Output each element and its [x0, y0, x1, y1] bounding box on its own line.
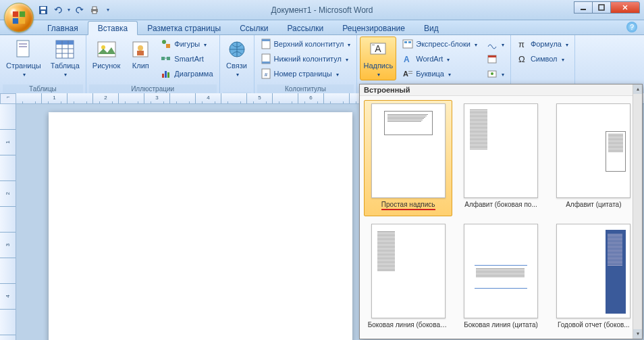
gallery-item[interactable]: Годовой отчет (боков...	[549, 220, 638, 335]
office-button[interactable]	[4, 3, 34, 32]
scroll-down-icon[interactable]: ▾	[633, 329, 642, 339]
gallery-scrollbar[interactable]: ▴ ▾	[633, 84, 642, 339]
ruler-segment	[68, 93, 93, 104]
signature-button[interactable]	[483, 37, 508, 51]
symbol-icon: Ω	[517, 53, 528, 64]
textbox-button[interactable]: A Надпись	[360, 37, 396, 80]
undo-dropdown-icon[interactable]: ▾	[68, 7, 70, 13]
quickparts-button[interactable]: Экспресс-блоки	[399, 37, 481, 51]
svg-rect-12	[17, 41, 29, 57]
shapes-button[interactable]: Фигуры	[157, 37, 216, 51]
footer-button[interactable]: Нижний колонтитул	[257, 51, 354, 66]
tab-home[interactable]: Главная	[38, 22, 88, 34]
dropcap-button[interactable]: AБуквица	[399, 66, 481, 80]
symbol-button[interactable]: ΩСимвол	[514, 51, 572, 66]
ruler-corner[interactable]: ⌐	[0, 93, 16, 104]
ruler-segment: 4	[0, 284, 16, 310]
links-label: Связи	[226, 62, 247, 70]
svg-point-24	[138, 45, 143, 51]
shapes-label: Фигуры	[174, 40, 200, 48]
gallery-thumbnail	[371, 103, 446, 198]
picture-icon	[96, 39, 117, 60]
tab-review[interactable]: Рецензирование	[333, 22, 414, 34]
gallery-body: Простая надписьАлфавит (боковая по...Алф…	[360, 96, 642, 339]
ruler-segment: 3	[0, 233, 16, 258]
pages-button[interactable]: Страницы	[3, 37, 45, 80]
redo-icon[interactable]	[74, 5, 85, 16]
svg-rect-44	[404, 41, 407, 43]
tab-mailings[interactable]: Рассылки	[277, 22, 333, 34]
svg-rect-31	[165, 71, 167, 78]
datetime-button[interactable]	[483, 51, 508, 66]
print-icon[interactable]	[89, 5, 100, 16]
pagenum-button[interactable]: #Номер страницы	[257, 66, 354, 80]
minimize-button[interactable]	[574, 1, 593, 14]
svg-rect-1	[20, 11, 25, 17]
tab-references[interactable]: Ссылки	[230, 22, 277, 34]
table-label: Таблица	[51, 62, 80, 70]
svg-rect-42	[372, 45, 375, 45]
gallery-item[interactable]: Алфавит (цитата)	[549, 100, 638, 216]
ruler-segment	[273, 93, 298, 104]
gallery-item[interactable]: Боковая линия (боковая...	[364, 220, 452, 335]
ruler-segment	[0, 207, 16, 233]
pagenum-label: Номер страницы	[274, 70, 332, 78]
table-button[interactable]: Таблица	[47, 37, 83, 80]
blocks-icon	[402, 39, 413, 49]
tab-page-layout[interactable]: Разметка страницы	[138, 22, 230, 34]
smartart-icon	[161, 53, 171, 64]
qat-customize-icon[interactable]: ▾	[107, 7, 109, 13]
tab-view[interactable]: Вид	[414, 22, 448, 34]
scroll-up-icon[interactable]: ▴	[633, 84, 642, 94]
svg-rect-43	[403, 40, 412, 48]
gallery-item[interactable]: Боковая линия (цитата)	[456, 220, 545, 335]
vertical-ruler[interactable]: 1234567	[0, 104, 16, 340]
help-button[interactable]: ?	[626, 22, 637, 32]
svg-rect-29	[167, 57, 170, 60]
ruler-segment	[0, 155, 16, 181]
maximize-button[interactable]	[592, 1, 611, 14]
svg-rect-2	[13, 18, 18, 24]
clip-button[interactable]: Клип	[126, 37, 155, 72]
tab-insert[interactable]: Вставка	[88, 21, 138, 35]
close-button[interactable]	[610, 1, 640, 14]
undo-icon[interactable]	[53, 5, 63, 16]
gallery-item[interactable]: Простая надпись	[364, 100, 452, 216]
window-controls	[574, 1, 640, 14]
wordart-button[interactable]: AWordArt	[399, 51, 481, 66]
picture-label: Рисунок	[92, 62, 121, 70]
picture-button[interactable]: Рисунок	[89, 37, 124, 72]
shapes-icon	[161, 39, 171, 49]
document-page[interactable]	[49, 112, 352, 340]
svg-rect-6	[41, 11, 45, 14]
header-button[interactable]: Верхний колонтитул	[257, 37, 354, 51]
svg-text:A: A	[404, 55, 410, 64]
group-header-footer-title: Колонтитулы	[257, 84, 354, 93]
svg-rect-51	[488, 55, 496, 57]
svg-rect-32	[167, 72, 169, 78]
pages-label: Страницы	[6, 62, 41, 70]
group-tables-title: Таблицы	[3, 84, 83, 93]
gallery-item-label: Годовой отчет (боков...	[558, 321, 630, 329]
equation-button[interactable]: πФормула	[514, 37, 572, 51]
textbox-gallery: Встроенный Простая надписьАлфавит (боков…	[359, 84, 643, 339]
chart-button[interactable]: Диаграмма	[157, 66, 216, 80]
gallery-header: Встроенный	[360, 84, 642, 96]
links-button[interactable]: Связи	[223, 37, 251, 80]
ruler-segment: 2	[0, 181, 16, 207]
footer-label: Нижний колонтитул	[274, 55, 342, 63]
gallery-thumbnail	[556, 103, 630, 198]
smartart-label: SmartArt	[174, 55, 203, 63]
textbox-icon: A	[367, 39, 389, 60]
gallery-item-label: Боковая линия (боковая...	[368, 321, 449, 329]
ruler-segment	[324, 93, 350, 104]
svg-rect-16	[56, 41, 74, 45]
smartart-button[interactable]: SmartArt	[157, 51, 216, 66]
ruler-segment	[0, 104, 16, 130]
ruler-segment: 5	[0, 335, 16, 340]
save-icon[interactable]	[38, 5, 49, 16]
ruler-segment: 1	[0, 130, 16, 155]
svg-rect-3	[20, 18, 25, 24]
gallery-item[interactable]: Алфавит (боковая по...	[456, 100, 545, 216]
object-button[interactable]	[483, 66, 508, 80]
